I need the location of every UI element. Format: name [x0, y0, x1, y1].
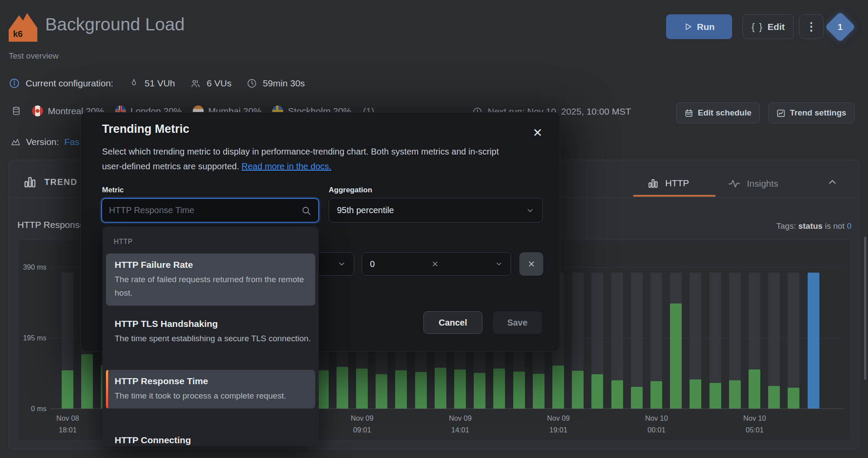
cancel-button[interactable]: Cancel — [423, 311, 482, 334]
collapse-panel-chevron-up-icon[interactable] — [827, 176, 838, 188]
chart-bar[interactable] — [690, 379, 701, 409]
metric-field-label: Metric — [102, 186, 124, 194]
kebab-icon: ⋮ — [806, 20, 817, 33]
chart-bar[interactable] — [376, 374, 387, 409]
chart-bar[interactable] — [454, 369, 466, 409]
chart-bar[interactable] — [729, 380, 741, 409]
x-tick-label: Nov 0818:01 — [48, 412, 87, 436]
docs-link[interactable]: Read more in the docs. — [241, 161, 331, 171]
modal-close-icon[interactable]: ✕ — [531, 126, 545, 140]
dropdown-group-header: HTTP — [114, 238, 133, 246]
chart-bar[interactable] — [474, 373, 485, 409]
k6-logo-icon: k6 — [9, 13, 37, 42]
trend-panel-title: TREND — [44, 177, 77, 187]
metric-dropdown: HTTP HTTP Failure Rate The rate of faile… — [102, 227, 319, 446]
chart-bar[interactable] — [435, 368, 446, 409]
current-configuration-row: Current configuration: 51 VUh 6 VUs 59mi… — [9, 78, 305, 89]
chevron-down-icon — [337, 260, 346, 268]
chart-bar[interactable] — [631, 387, 643, 409]
calendar-icon — [684, 109, 693, 118]
dropdown-item-http-tls-handshaking[interactable]: HTTP TLS Handshaking The time spent esta… — [106, 313, 315, 351]
chevron-down-icon — [495, 260, 503, 268]
http-tab-bar-chart-icon — [647, 177, 659, 189]
run-button[interactable]: Run — [666, 14, 732, 39]
chart-bar[interactable] — [317, 370, 329, 409]
bar-chart-icon — [23, 175, 37, 189]
clock-icon — [247, 78, 257, 89]
chart-bar[interactable] — [788, 388, 799, 409]
y-tick-label: 0 ms — [14, 405, 46, 413]
y-tick-label: 390 ms — [14, 263, 46, 271]
tag-value-select[interactable]: 0 — [362, 252, 511, 276]
remove-tag-button[interactable] — [519, 252, 543, 276]
edit-button[interactable]: { } Edit — [743, 14, 794, 39]
breadcrumb-test-overview: Test overview — [9, 51, 59, 61]
active-tab-underline — [633, 195, 716, 197]
y-tick-label: 195 ms — [14, 334, 46, 342]
play-icon — [683, 22, 693, 31]
chart-bar[interactable] — [493, 369, 505, 409]
page-title: Background Load — [45, 14, 185, 35]
tag-operator: is not — [825, 221, 845, 231]
chart-bar[interactable] — [808, 273, 819, 409]
version-row: Version: Fas — [10, 137, 79, 147]
braces-icon: { } — [752, 21, 763, 33]
chart-bar[interactable] — [513, 372, 525, 409]
info-icon — [9, 78, 20, 89]
pulse-icon — [728, 177, 741, 190]
metric-search-field — [101, 198, 319, 223]
dropdown-item-http-connecting[interactable]: HTTP Connecting — [106, 429, 315, 446]
chart-bar[interactable] — [395, 370, 407, 409]
notification-badge[interactable]: 1 — [825, 12, 856, 43]
edit-schedule-button[interactable]: Edit schedule — [676, 102, 760, 123]
duration-value: 59min 30s — [263, 78, 305, 89]
chart-bar[interactable] — [650, 381, 662, 409]
x-tick-label: Nov 1005:01 — [735, 412, 774, 436]
metric-search-input[interactable] — [109, 205, 301, 215]
tag-key: status — [798, 221, 822, 231]
chart-bar[interactable] — [533, 374, 545, 409]
users-icon — [190, 78, 201, 89]
tab-insights[interactable]: Insights — [728, 177, 778, 190]
tab-http[interactable]: HTTP — [647, 177, 689, 189]
chart-bar[interactable] — [710, 383, 721, 409]
chevron-down-icon — [526, 206, 535, 215]
x-tick-label: Nov 0909:01 — [343, 412, 382, 436]
selected-item-accent-bar — [106, 370, 108, 409]
chart-bar[interactable] — [356, 369, 368, 409]
more-options-button[interactable]: ⋮ — [799, 14, 824, 39]
chart-bar[interactable] — [337, 367, 348, 409]
chart-bar[interactable] — [415, 372, 427, 409]
chart-bar[interactable] — [611, 380, 623, 409]
chart-bar[interactable] — [552, 366, 564, 409]
search-icon — [301, 205, 311, 216]
save-button[interactable]: Save — [493, 311, 542, 334]
aggregation-field-label: Aggregation — [329, 186, 372, 194]
clear-value-icon[interactable] — [431, 260, 439, 268]
chart-bar[interactable] — [81, 354, 93, 409]
vus-value: 6 VUs — [207, 78, 231, 89]
chart-bar[interactable] — [768, 386, 780, 409]
tags-filter-summary: Tags: status is not 0 — [776, 221, 851, 231]
aggregation-select[interactable]: 95th percentile — [329, 198, 543, 223]
chart-bar[interactable] — [749, 369, 760, 409]
x-tick-label: Nov 0919:01 — [539, 412, 578, 436]
chart-bar[interactable] — [591, 374, 603, 409]
vuh-value: 51 VUh — [145, 78, 175, 89]
flame-icon — [129, 78, 139, 89]
dropdown-item-http-failure-rate[interactable]: HTTP Failure Rate The rate of failed req… — [106, 254, 315, 306]
trend-settings-button[interactable]: Trend settings — [768, 102, 855, 123]
chart-bar[interactable] — [62, 370, 73, 409]
x-tick-label: Nov 0914:01 — [441, 412, 480, 436]
area-chart-icon — [10, 137, 21, 147]
dropdown-item-http-response-time[interactable]: HTTP Response Time The time it took to p… — [106, 370, 315, 409]
flag-canada-icon — [32, 105, 43, 116]
config-label: Current configuration: — [26, 78, 113, 89]
scrollbar-thumb[interactable] — [864, 237, 866, 380]
chart-bar[interactable] — [670, 303, 682, 409]
chart-bar[interactable] — [572, 371, 584, 409]
trend-chart-icon — [776, 109, 785, 118]
k6-test-overview-page: k6 Background Load Test overview Run { }… — [0, 0, 868, 458]
version-link[interactable]: Fas — [64, 137, 79, 147]
database-icon — [11, 105, 21, 116]
